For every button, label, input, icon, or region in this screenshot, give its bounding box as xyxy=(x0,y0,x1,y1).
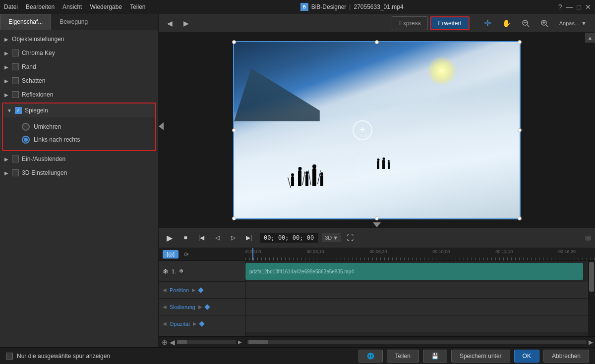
frame-back-button[interactable]: ◁ xyxy=(210,231,224,245)
crosshair-button[interactable]: ✛ xyxy=(479,16,496,30)
video-canvas[interactable]: + xyxy=(233,41,521,219)
chromakey-checkbox[interactable] xyxy=(12,50,19,56)
cancel-button[interactable]: Abbrechen xyxy=(543,350,589,363)
save-icon-button[interactable]: 💾 xyxy=(423,350,447,363)
nav-left-arrow[interactable]: ◀ xyxy=(163,321,167,326)
menu-ansicht[interactable]: Ansicht xyxy=(62,3,82,10)
share-button[interactable]: Teilen xyxy=(387,350,419,363)
left-scroll-arrow[interactable] xyxy=(159,122,164,130)
canvas-crosshair[interactable]: + xyxy=(353,120,372,140)
show-selected-track-checkbox[interactable] xyxy=(6,353,13,360)
timeline-vertical-scrollbar[interactable] xyxy=(588,261,595,336)
handle-top-middle[interactable] xyxy=(375,40,379,44)
step-forward-button[interactable]: ▶| xyxy=(242,231,256,245)
forward-button[interactable]: ▶ xyxy=(179,16,193,30)
maximize-button[interactable]: □ xyxy=(577,3,581,11)
menu-teilen[interactable]: Teilen xyxy=(130,3,145,10)
window-controls[interactable]: ? — □ ✕ xyxy=(558,3,591,11)
scrollbar-thumb[interactable] xyxy=(589,262,594,292)
menu-datei[interactable]: Datei xyxy=(4,3,18,10)
nav-left-arrow[interactable]: ◀ xyxy=(163,287,167,293)
section-einausblenden[interactable]: ▶ Ein-/Ausblenden xyxy=(0,152,158,166)
tab-bewegung[interactable]: Bewegung xyxy=(51,14,96,30)
radio-links-rechts[interactable] xyxy=(22,136,30,144)
section-chromakey[interactable]: ▶ Chroma Key xyxy=(0,46,158,60)
option-umkehren[interactable]: Umkehren xyxy=(18,120,155,133)
handle-bottom-middle[interactable] xyxy=(375,216,379,220)
scroll-left-button[interactable]: ◀ xyxy=(170,338,175,346)
position-track[interactable] xyxy=(245,282,588,299)
timeline-label-area: [◎] ⟳ xyxy=(159,248,245,260)
handle-top-left[interactable] xyxy=(232,40,236,44)
opazitat-track[interactable] xyxy=(245,315,588,332)
fit-button[interactable]: Anpas... ▼ xyxy=(555,16,591,30)
save-under-button[interactable]: Speichern unter xyxy=(451,350,510,363)
handle-top-right[interactable] xyxy=(518,40,522,44)
timeline-loop-button[interactable]: ⟳ xyxy=(181,250,191,260)
stop-button[interactable]: ■ xyxy=(178,231,192,245)
section-rand[interactable]: ▶ Rand xyxy=(0,60,158,74)
tab-eigenschaften[interactable]: Eigenschaf... xyxy=(0,14,51,30)
scroll-end-button[interactable]: ▶ xyxy=(589,339,593,346)
handle-middle-right[interactable] xyxy=(518,128,522,132)
sun-glow xyxy=(427,56,457,86)
scroll-up-arrow[interactable]: ▲ xyxy=(585,33,595,43)
nav-right-arrow[interactable]: ▶ xyxy=(198,304,202,310)
timeline-clip-icon[interactable]: [◎] xyxy=(163,250,178,259)
express-mode-button[interactable]: Express xyxy=(392,16,428,30)
3d-mode-button[interactable]: 3D ▼ xyxy=(322,233,341,242)
reflexionen-checkbox[interactable] xyxy=(12,91,19,98)
scroll-right-button[interactable]: ▶ xyxy=(238,339,242,345)
play-button[interactable]: ▶ xyxy=(163,231,177,245)
minimize-button[interactable]: — xyxy=(566,3,573,11)
spiegeln-header[interactable]: ▼ Spiegeln xyxy=(3,104,155,117)
timeline-ruler[interactable]: 00;00;00 00;03;10 00;06;20 00;10;00 00;1… xyxy=(245,248,595,260)
bottom-scroll-arrow[interactable] xyxy=(373,222,381,227)
close-button[interactable]: ✕ xyxy=(585,3,591,11)
ruler-time-2: 00;06;20 xyxy=(369,249,387,254)
keyframe-diamond[interactable] xyxy=(204,304,210,310)
timeline-tracks-area[interactable]: pdzfa12bd13f41614a42e698e5862e5e835.mp4 xyxy=(245,261,588,336)
frame-forward-button[interactable]: ▷ xyxy=(226,231,240,245)
3d-checkbox[interactable] xyxy=(12,169,19,176)
zoom-in-button[interactable] xyxy=(536,16,553,30)
show-selected-track-label: Nur die ausgewählte spur anzeigen xyxy=(17,353,110,360)
horizontal-scrollbar[interactable] xyxy=(247,340,587,344)
einausblenden-checkbox[interactable] xyxy=(12,156,19,162)
step-back-button[interactable]: |◀ xyxy=(194,231,208,245)
menu-bearbeiten[interactable]: Bearbeiten xyxy=(26,3,55,10)
nav-left-arrow[interactable]: ◀ xyxy=(163,304,167,310)
schatten-checkbox[interactable] xyxy=(12,77,19,84)
canvas-area[interactable]: + ▲ xyxy=(159,33,595,227)
fullscreen-button[interactable]: ⛶ xyxy=(343,231,357,245)
radio-umkehren[interactable] xyxy=(22,123,30,131)
section-reflexionen[interactable]: ▶ Reflexionen xyxy=(0,88,158,102)
handle-bottom-left[interactable] xyxy=(232,216,236,220)
erweitert-mode-button[interactable]: Erweitert xyxy=(430,16,469,30)
globe-button[interactable]: 🌐 xyxy=(358,350,383,363)
grid-view-icon[interactable]: ⊞ xyxy=(585,234,591,242)
handle-bottom-right[interactable] xyxy=(518,216,522,220)
section-3d[interactable]: ▶ 3D-Einstellungen xyxy=(0,166,158,180)
menu-bar[interactable]: Datei Bearbeiten Ansicht Wiedergabe Teil… xyxy=(4,3,146,10)
handle-middle-left[interactable] xyxy=(232,128,236,132)
help-button[interactable]: ? xyxy=(558,3,562,11)
keyframe-diamond[interactable] xyxy=(198,287,203,293)
svg-line-4 xyxy=(546,25,548,27)
section-objekteinstellungen[interactable]: ▶ Objekteinstellungen xyxy=(0,32,158,46)
back-button[interactable]: ◀ xyxy=(163,16,177,30)
option-links-nach-rechts[interactable]: Links nach rechts xyxy=(18,133,155,146)
spiegeln-checkbox[interactable] xyxy=(15,107,22,114)
nav-right-arrow[interactable]: ▶ xyxy=(193,321,197,326)
video-clip[interactable]: pdzfa12bd13f41614a42e698e5862e5e835.mp4 xyxy=(245,263,583,280)
menu-wiedergabe[interactable]: Wiedergabe xyxy=(90,3,122,10)
skalierung-track[interactable] xyxy=(245,299,588,315)
section-schatten[interactable]: ▶ Schatten xyxy=(0,74,158,88)
nav-right-arrow[interactable]: ▶ xyxy=(192,287,196,293)
keyframe-diamond[interactable] xyxy=(199,321,204,326)
rand-checkbox[interactable] xyxy=(12,63,19,70)
hand-tool-button[interactable]: ✋ xyxy=(498,16,515,30)
add-track-button[interactable]: ⊕ xyxy=(162,338,168,346)
ok-button[interactable]: OK xyxy=(514,350,539,363)
zoom-out-button[interactable] xyxy=(517,16,534,30)
